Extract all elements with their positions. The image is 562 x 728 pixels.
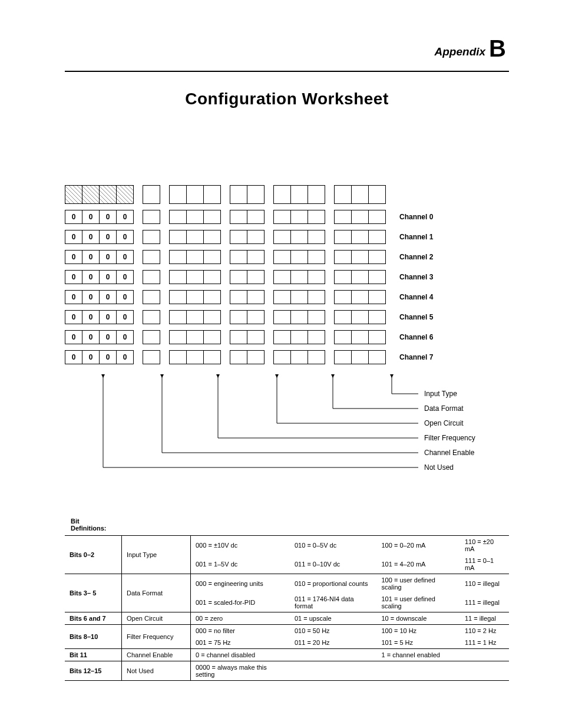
bit-cell bbox=[308, 350, 325, 364]
channel-label: Channel 3 bbox=[399, 273, 433, 281]
def-value: 0000 = always make this setting bbox=[191, 661, 290, 681]
group-data-format bbox=[273, 290, 325, 304]
def-value: 110 = illegal bbox=[460, 574, 509, 594]
appendix-heading: AppendixB bbox=[65, 35, 506, 62]
group-data-format bbox=[273, 250, 325, 264]
fixed-bit-cell: 0 bbox=[116, 270, 134, 284]
bit-cell bbox=[351, 270, 369, 284]
page-title: Configuration Worksheet bbox=[65, 90, 509, 108]
group-input-type bbox=[334, 250, 386, 264]
def-value bbox=[377, 661, 460, 681]
group-data-format bbox=[273, 185, 325, 204]
bit-cell bbox=[273, 270, 291, 284]
def-value bbox=[290, 649, 377, 661]
bit-cell bbox=[203, 350, 221, 364]
bit-cell bbox=[203, 330, 221, 344]
channel-row: 0000Channel 0 bbox=[65, 210, 509, 224]
bit-cell bbox=[290, 330, 308, 344]
def-value: 100 = 10 Hz bbox=[377, 625, 460, 637]
fixed-bit-cell: 0 bbox=[82, 270, 100, 284]
bit-cell bbox=[169, 210, 187, 224]
bit-cell bbox=[169, 290, 187, 304]
field-name: Data Format bbox=[122, 574, 191, 612]
group-channel-enable bbox=[143, 230, 160, 244]
bit-cell bbox=[351, 290, 369, 304]
bit-cell bbox=[230, 210, 247, 224]
bit-cell bbox=[203, 210, 221, 224]
fixed-bit-cell: 0 bbox=[99, 290, 117, 304]
def-value: 111 = 0–1 mA bbox=[460, 555, 509, 574]
group-channel-enable bbox=[143, 210, 160, 224]
bit-cell bbox=[290, 350, 308, 364]
channel-row: 0000Channel 2 bbox=[65, 250, 509, 264]
def-value: 011 = 1746-NI4 data format bbox=[290, 593, 377, 612]
bit-cell bbox=[290, 310, 308, 324]
fixed-bit-cell: 0 bbox=[82, 210, 100, 224]
bit-cell bbox=[351, 310, 369, 324]
bit-cell bbox=[230, 330, 247, 344]
bit-cell bbox=[186, 310, 204, 324]
channel-row: 0000Channel 5 bbox=[65, 310, 509, 324]
bit-cell bbox=[351, 210, 369, 224]
def-value: 001 = scaled-for-PID bbox=[191, 593, 290, 612]
channel-label: Channel 6 bbox=[399, 333, 433, 341]
empty-cell bbox=[247, 185, 265, 204]
channel-label: Channel 2 bbox=[399, 253, 433, 261]
def-value: 001 = 1–5V dc bbox=[191, 555, 290, 574]
empty-cell bbox=[290, 185, 308, 204]
definitions-title: Bit Definitions: bbox=[71, 518, 509, 532]
bit-cell bbox=[247, 290, 265, 304]
bit-cell bbox=[203, 290, 221, 304]
group-filter-freq bbox=[169, 185, 221, 204]
fixed-bit-cell: 0 bbox=[99, 330, 117, 344]
group-filter-freq bbox=[169, 350, 221, 364]
bit-cell bbox=[334, 230, 352, 244]
def-row: Bits 6 and 7Open Circuit00 = zero01 = up… bbox=[65, 612, 509, 625]
group-open-circuit bbox=[230, 185, 265, 204]
empty-cell bbox=[186, 185, 204, 204]
bit-cell bbox=[247, 310, 265, 324]
bit-cell bbox=[368, 350, 386, 364]
bit-cell bbox=[169, 350, 187, 364]
bit-cell bbox=[143, 230, 160, 244]
bit-cell bbox=[308, 210, 325, 224]
bit-cell bbox=[186, 210, 204, 224]
def-value: 0 = channel disabled bbox=[191, 649, 290, 661]
bit-cell bbox=[143, 310, 160, 324]
def-value bbox=[290, 661, 377, 681]
field-name: Not Used bbox=[122, 661, 191, 681]
bit-cell bbox=[290, 270, 308, 284]
worksheet-grid: 0000Channel 00000Channel 10000Channel 20… bbox=[65, 185, 509, 500]
fixed-bit-cell: 0 bbox=[65, 230, 82, 244]
bits-label: Bits 8–10 bbox=[65, 625, 122, 649]
def-value: 100 = 0–20 mA bbox=[377, 536, 460, 555]
def-value bbox=[460, 649, 509, 661]
group-channel-enable bbox=[143, 290, 160, 304]
group-data-format bbox=[273, 230, 325, 244]
group-filter-freq bbox=[169, 250, 221, 264]
bit-cell bbox=[308, 310, 325, 324]
def-value: 001 = 75 Hz bbox=[191, 637, 290, 649]
bit-cell bbox=[290, 250, 308, 264]
bit-cell bbox=[308, 290, 325, 304]
fixed-bit-cell: 0 bbox=[82, 310, 100, 324]
fixed-bit-cell: 0 bbox=[65, 310, 82, 324]
fixed-bit-cell: 0 bbox=[99, 250, 117, 264]
bit-cell bbox=[334, 270, 352, 284]
bit-cell bbox=[290, 230, 308, 244]
channel-row: 0000Channel 1 bbox=[65, 230, 509, 244]
def-value: 100 = user defined scaling bbox=[377, 574, 460, 594]
channel-label: Channel 1 bbox=[399, 233, 433, 241]
bit-cell bbox=[273, 290, 291, 304]
bits-label: Bits 0–2 bbox=[65, 536, 122, 574]
empty-cell bbox=[308, 185, 325, 204]
fixed-bit-cell: 0 bbox=[116, 330, 134, 344]
group-channel-enable bbox=[143, 250, 160, 264]
bit-cell bbox=[169, 250, 187, 264]
group-input-type bbox=[334, 185, 386, 204]
group-channel-enable bbox=[143, 270, 160, 284]
channel-row: 0000Channel 7 bbox=[65, 350, 509, 364]
bit-cell bbox=[368, 290, 386, 304]
fixed-bit-cell: 0 bbox=[99, 230, 117, 244]
bit-cell bbox=[143, 210, 160, 224]
